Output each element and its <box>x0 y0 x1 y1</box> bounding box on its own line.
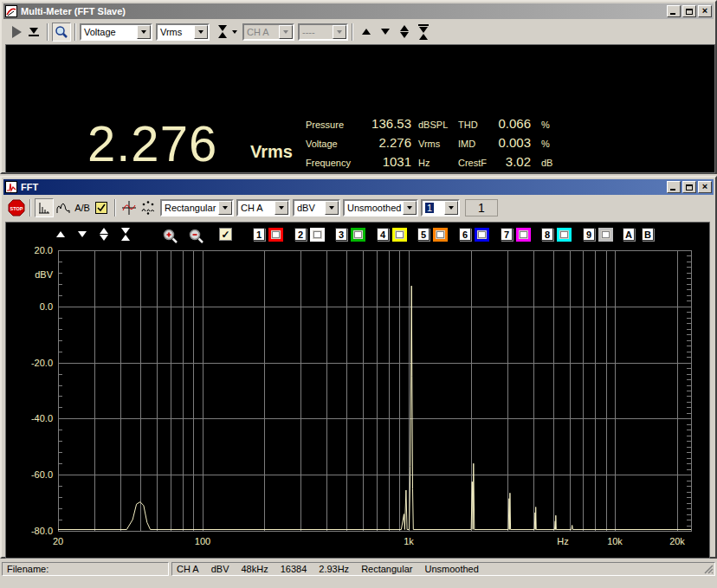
meter-row: Pressure136.53dBSPLTHD0.066% <box>306 116 565 131</box>
separator <box>74 23 76 41</box>
close-button[interactable]: × <box>698 5 712 17</box>
fft-channel-value: CH A <box>238 203 275 213</box>
overlay-8-color-checkbox[interactable] <box>557 228 572 242</box>
spectrum-chart[interactable] <box>54 250 692 532</box>
checkbox-inner <box>560 231 568 238</box>
meter-label1: Frequency <box>306 158 359 168</box>
meter-aux-value: ---- <box>300 27 333 37</box>
magnify-button[interactable] <box>52 23 71 42</box>
arrow-down-icon <box>78 231 87 237</box>
overlay-4-button[interactable]: 4 <box>377 228 389 241</box>
zoom-in-button[interactable] <box>162 228 179 245</box>
chevron-down-icon[interactable] <box>137 25 151 39</box>
maximize-button[interactable] <box>682 181 696 193</box>
fft-channel-select[interactable]: CH A <box>236 199 290 216</box>
spectrum-view-button[interactable] <box>35 198 54 217</box>
stop-button[interactable]: STOP <box>7 198 26 217</box>
minimize-button[interactable] <box>667 181 681 193</box>
overlay-7-color-checkbox[interactable] <box>516 228 531 242</box>
close-icon: × <box>702 182 707 191</box>
single-capture-button[interactable] <box>24 23 43 42</box>
overlay-5-color-checkbox[interactable] <box>433 228 448 242</box>
spectrum-curve-icon <box>56 201 70 215</box>
status-segment: CH A <box>177 564 199 574</box>
meter-channel-select: CH A <box>242 23 294 41</box>
overlay-3-button[interactable]: 3 <box>335 228 347 241</box>
compress-range-button[interactable] <box>215 23 230 42</box>
range-up-button[interactable] <box>357 23 376 42</box>
overlay-6-button[interactable]: 6 <box>459 228 471 241</box>
trace-enable-checkbox[interactable]: ✓ <box>219 228 232 241</box>
scale-down-button[interactable] <box>78 231 87 237</box>
overlay-1-color-checkbox[interactable] <box>268 228 283 242</box>
fft-averaging-select[interactable]: 1 <box>421 199 460 216</box>
x-axis-tick-label: 20 <box>42 536 74 546</box>
multimeter-titlebar[interactable]: Multi-Meter (FFT Slave) × <box>3 3 714 19</box>
chevron-down-icon[interactable] <box>403 201 417 215</box>
chevron-down-icon[interactable] <box>275 201 288 215</box>
overlay-3-color-checkbox[interactable] <box>351 228 365 242</box>
fft-window-icon <box>5 181 17 193</box>
overlay-9-color-checkbox[interactable] <box>598 228 613 242</box>
chevron-down-icon[interactable] <box>218 201 232 215</box>
meter-label2: CrestF <box>458 158 489 168</box>
chevron-down-icon[interactable] <box>232 30 237 34</box>
overlay-4-color-checkbox[interactable] <box>392 228 407 242</box>
chevron-down-icon[interactable] <box>194 25 208 39</box>
overlay-1-button[interactable]: 1 <box>253 228 265 241</box>
overlay-5-button[interactable]: 5 <box>417 228 430 241</box>
scale-compress-button[interactable] <box>121 228 130 241</box>
minimize-button[interactable] <box>667 5 681 17</box>
curve-view-button[interactable] <box>54 198 73 217</box>
options-button[interactable] <box>92 198 111 217</box>
fft-units-select[interactable]: dBV <box>293 199 340 216</box>
fft-smoothing-select[interactable]: Unsmoothed <box>343 199 418 216</box>
meter-row: Voltage2.276VrmsIMD0.003% <box>306 135 565 150</box>
chevron-down-icon[interactable] <box>444 201 458 215</box>
overlay-2-color-checkbox[interactable] <box>310 228 325 242</box>
compress-vertical-icon <box>218 25 227 38</box>
maximize-button[interactable] <box>682 5 696 17</box>
chevron-down-icon[interactable] <box>325 201 339 215</box>
zoom-out-icon <box>188 228 205 245</box>
svg-text:STOP: STOP <box>10 205 23 210</box>
overlay-9-button[interactable]: 9 <box>583 228 595 241</box>
meter-unit1: Vrms <box>418 139 458 149</box>
meter-source-select[interactable]: Voltage <box>80 23 152 41</box>
maximize-icon <box>686 184 693 191</box>
x-axis-tick-label: 1k <box>393 536 424 546</box>
meter-unit-select[interactable]: Vrms <box>156 23 210 41</box>
overlay-6-color-checkbox[interactable] <box>475 228 489 242</box>
peak-hold-button[interactable] <box>139 198 158 217</box>
scale-up-button[interactable] <box>56 231 65 237</box>
range-down-button[interactable] <box>376 23 395 42</box>
overlay-A-button[interactable]: A <box>623 228 635 241</box>
scale-expand-button[interactable] <box>100 228 108 241</box>
overlay-7-button[interactable]: 7 <box>501 228 513 241</box>
arrow-up-icon <box>56 231 65 237</box>
overlay-B-button[interactable]: B <box>642 228 654 241</box>
app-screen: Multi-Meter (FFT Slave) × <box>0 0 717 588</box>
resize-grip-icon[interactable] <box>702 563 714 574</box>
overlay-2-button[interactable]: 2 <box>294 228 307 241</box>
checkbox-inner <box>478 231 486 238</box>
meter-main-value: 2.276 <box>87 114 217 172</box>
checkbox-inner <box>396 231 404 238</box>
transfer-function-button[interactable] <box>120 198 139 217</box>
play-icon <box>12 26 22 38</box>
close-button[interactable]: × <box>698 181 712 193</box>
run-button[interactable] <box>9 23 24 42</box>
autoscale-button[interactable] <box>414 23 433 42</box>
status-filename: Filename: <box>2 562 169 576</box>
compare-ab-button[interactable]: A/B <box>73 198 92 217</box>
close-icon: × <box>702 6 707 16</box>
fft-window-function-select[interactable]: Rectangular <box>160 199 234 216</box>
expand-range-button[interactable] <box>395 23 414 42</box>
separator <box>352 23 353 41</box>
zoom-out-button[interactable] <box>188 228 205 245</box>
overlay-8-button[interactable]: 8 <box>541 228 553 241</box>
fft-titlebar[interactable]: FFT × <box>3 179 714 195</box>
separator <box>114 199 116 216</box>
axes-sine-icon <box>121 200 137 216</box>
multimeter-title: Multi-Meter (FFT Slave) <box>21 6 126 16</box>
